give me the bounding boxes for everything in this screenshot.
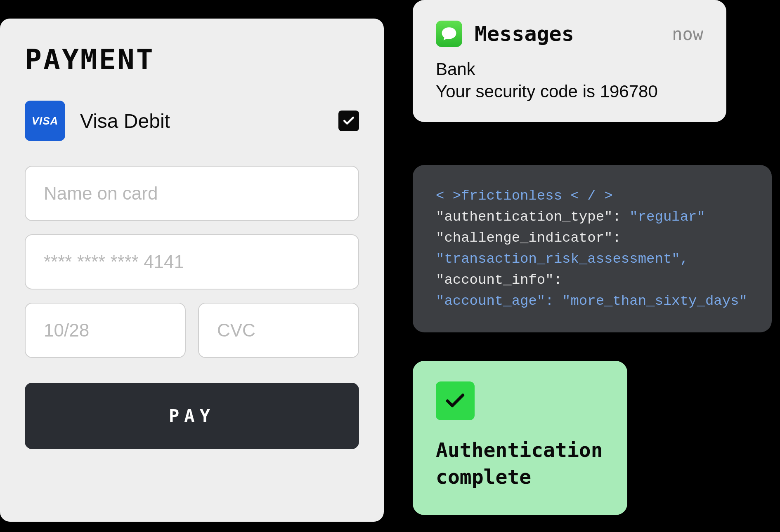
expiry-cvc-row [25,303,359,358]
notification-sender: Bank [436,59,703,79]
code-line: "account_info": [436,270,749,291]
success-check-icon [436,381,475,420]
visa-logo-text: VISA [32,115,59,127]
notification-app: Messages [436,21,574,47]
pay-button[interactable]: PAY [25,383,359,449]
cvc-input[interactable] [198,303,359,358]
code-line: < >frictionless < / > [436,186,749,207]
card-number-input[interactable] [25,234,359,290]
notification-body: Your security code is 196780 [436,82,703,101]
api-code-snippet: < >frictionless < / > "authentication_ty… [413,165,772,332]
card-selector-row[interactable]: VISA Visa Debit [25,101,359,141]
card-label: Visa Debit [80,110,170,132]
visa-logo-icon: VISA [25,101,65,141]
check-icon [342,114,355,127]
name-on-card-input[interactable] [25,166,359,221]
code-line: "transaction_risk_assessment", [436,249,749,270]
code-line: "account_age": "more_than_sixty_days" [436,291,749,312]
auth-complete-card: Authentication complete [413,361,627,515]
auth-status-text: Authentication complete [436,437,604,490]
notification-header: Messages now [436,21,703,47]
card-selected-checkbox[interactable] [338,111,359,131]
sms-notification[interactable]: Messages now Bank Your security code is … [413,0,726,122]
notification-app-name: Messages [475,22,574,46]
card-info: VISA Visa Debit [25,101,170,141]
payment-form-card: PAYMENT VISA Visa Debit PAY [0,19,384,522]
code-line: "challenge_indicator": [436,228,749,249]
messages-app-icon [436,21,462,47]
notification-time: now [672,24,703,44]
expiry-input[interactable] [25,303,186,358]
code-line: "authentication_type": "regular" [436,207,749,228]
payment-title: PAYMENT [25,43,359,76]
